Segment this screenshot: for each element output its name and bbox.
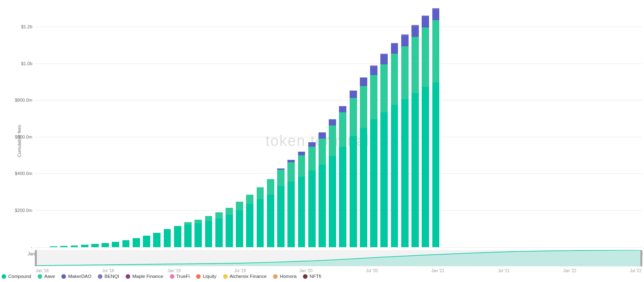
bar-segment [339, 147, 346, 247]
bar-segment [329, 119, 336, 125]
bar-group [350, 91, 357, 247]
bar-segment [112, 242, 119, 247]
bar-segment [287, 182, 295, 247]
legend-color-dot [126, 274, 130, 279]
bar-segment [380, 55, 388, 64]
legend-item: MakerDAO [61, 274, 91, 279]
bar-segment [257, 199, 264, 247]
bar-segment [319, 165, 326, 247]
bar-segment [50, 246, 57, 247]
bar-group [194, 220, 202, 247]
bar-segment [60, 246, 68, 247]
bar-segment [360, 77, 367, 86]
bar-segment [246, 195, 253, 204]
bar-group [153, 233, 160, 247]
bar-group [71, 246, 78, 247]
bar-segment [267, 179, 274, 195]
y-tick-label: - [31, 245, 32, 250]
bar-segment [236, 210, 243, 247]
legend-label: Liquity [203, 274, 216, 279]
bar-segment [194, 223, 202, 247]
legend-label: Homora [280, 274, 296, 279]
bar-segment [422, 27, 429, 87]
legend-color-dot [98, 274, 102, 279]
bar-segment [102, 243, 109, 247]
bar-segment [298, 152, 305, 155]
legend-item: Maple Finance [126, 274, 163, 279]
legend-color-dot [61, 274, 66, 279]
legend-item: Liquity [196, 274, 216, 279]
bar-group [236, 202, 243, 247]
bar-segment [153, 233, 160, 247]
legend-item: TrueFi [170, 274, 190, 279]
bar-segment [308, 171, 316, 247]
mini-chart-left-handle[interactable] [35, 250, 37, 266]
legend-color-dot [38, 274, 42, 279]
chart-area: -$200.0m$400.0m$600.0m$800.0m$1.0b$1.2bJ… [35, 8, 642, 247]
bar-group [339, 106, 346, 247]
bar-segment [308, 142, 316, 147]
bar-segment [298, 155, 305, 177]
bar-segment [391, 105, 398, 247]
bar-group [133, 238, 140, 247]
bar-group [215, 212, 223, 247]
legend-item: Homora [273, 274, 296, 279]
y-tick-label: $200.0m [15, 208, 32, 213]
bar-segment [422, 16, 429, 27]
bar-segment [329, 156, 336, 247]
bar-segment [370, 75, 377, 119]
bar-segment [432, 20, 440, 82]
bar-group [287, 160, 295, 247]
legend-label: BENQI [104, 274, 119, 279]
bar-segment [401, 46, 409, 99]
bar-segment [350, 136, 357, 247]
chart-container: Cumulative fees token terminal_ -$200.0m… [0, 0, 644, 282]
bar-group [226, 208, 233, 247]
bar-segment [319, 139, 326, 165]
legend-label: Alchemix Finance [230, 274, 267, 279]
legend-label: MakerDAO [68, 274, 91, 279]
mini-chart-labels: Jan '18Jul '18Jan '19Jul '19Jan '20Jul '… [35, 268, 642, 273]
mini-chart-label: Jan '21 [431, 268, 444, 273]
bar-segment [308, 147, 316, 171]
bar-segment [246, 204, 253, 247]
grid-line [35, 27, 642, 27]
legend-color-dot [170, 274, 174, 279]
bar-segment [91, 244, 99, 247]
bar-group [257, 187, 264, 247]
mini-chart-label: Jul '21 [498, 268, 510, 273]
grid-line [35, 247, 642, 248]
bar-group [143, 236, 150, 247]
legend-label: Maple Finance [132, 274, 163, 279]
y-tick-label: $1.2b [21, 24, 32, 29]
bar-group [401, 34, 409, 247]
mini-chart-label: Jan '22 [563, 268, 576, 273]
legend-item: Compound [2, 274, 31, 279]
legend-color-dot [303, 274, 307, 279]
bar-segment [226, 208, 233, 215]
bar-segment [391, 54, 398, 105]
bar-group [432, 8, 440, 247]
bar-group [319, 132, 326, 247]
bar-segment [71, 246, 78, 247]
grid-line [35, 137, 642, 137]
mini-chart-right-handle[interactable] [640, 250, 642, 266]
mini-chart-label: Jul '18 [102, 268, 114, 273]
bar-segment [277, 186, 285, 247]
bar-segment [411, 93, 419, 247]
mini-chart-label: Jan '18 [36, 268, 49, 273]
bar-segment [360, 128, 367, 247]
mini-chart[interactable] [35, 250, 642, 266]
bar-segment [401, 36, 409, 46]
bar-group [205, 216, 212, 247]
legend-item: NFTfi [303, 274, 321, 279]
mini-chart-label: Jul '22 [630, 268, 642, 273]
grid-line [35, 100, 642, 100]
bar-segment [380, 112, 388, 247]
legend: CompoundAaveMakerDAOBENQIMaple FinanceTr… [2, 274, 321, 279]
legend-color-dot [223, 274, 228, 279]
bar-group [267, 179, 274, 247]
legend-color-dot [196, 274, 201, 279]
y-tick-label: $1.0b [21, 61, 32, 66]
bar-segment [81, 245, 88, 247]
